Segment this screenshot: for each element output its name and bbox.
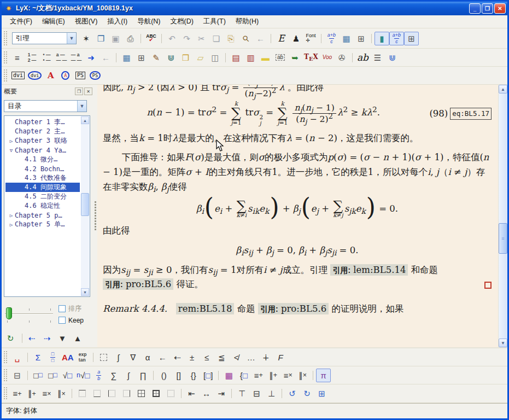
insert-marginnote-button[interactable]: ▥ [243, 51, 258, 65]
border-bottom-button[interactable] [90, 387, 104, 400]
description-list-button[interactable]: a —— — [54, 51, 69, 65]
math-space-button[interactable]: ␣ [10, 351, 25, 364]
math-mode-button[interactable]: a+bc [324, 32, 339, 45]
scroll-thumb[interactable] [499, 223, 507, 254]
document-paragraph[interactable]: 因为sij = sji ≥ 0，我们有sij = 1对所有i ≠ j成立。引理 … [103, 263, 492, 292]
document-scrollbar[interactable]: ▲ ▼ [498, 85, 507, 347]
delete-col-button[interactable]: ∥× [295, 369, 310, 382]
cases-button[interactable]: {□ [236, 369, 251, 382]
document-paragraph[interactable]: 因此, nj > 2 (因λ > 0) 且 trσj = (nj−1)(nj−2… [103, 85, 492, 98]
paragraph-settings-button[interactable]: ☰ [370, 51, 385, 65]
braces-button[interactable]: {} [186, 369, 201, 382]
view-ps-button[interactable]: PS [73, 69, 87, 83]
paragraph-style-combo[interactable]: 引理 ▼ [12, 32, 77, 44]
relations-button[interactable]: ≤ [200, 351, 214, 364]
outline-item[interactable]: ▽ Chapter 4 Ya… [5, 145, 80, 155]
align-left-button[interactable]: ⇤ [184, 387, 199, 400]
numbered-list-button[interactable]: 1 —2 — [25, 51, 39, 65]
outline-item[interactable]: 4.5 二阶变分 [5, 192, 80, 201]
frac-button[interactable]: ab [91, 369, 106, 382]
toggle-outline-button[interactable]: ▮ [375, 32, 389, 45]
open-document-button[interactable]: ❐ [93, 32, 108, 45]
noun-button[interactable]: ♟ [289, 32, 303, 45]
scroll-down-icon[interactable]: ▼ [499, 339, 507, 347]
document-paragraph[interactable]: 下面推导：如果F(σ)是最大值，则σ的极小多项式为p(σ) = (σ − n +… [103, 150, 492, 194]
border-right-button[interactable] [119, 387, 134, 400]
insert-index-button[interactable]: Voo [320, 51, 335, 65]
titlebar[interactable]: ✷ LyX: ~/文档/1yxback/YM_100819.1yx _ ❐ ✕ [2, 2, 507, 15]
tree-scroll-thumb[interactable] [81, 193, 89, 216]
paragraph-layout-button[interactable]: ≡ [10, 51, 25, 65]
spellcheck-button[interactable]: ABC✔ [144, 32, 159, 45]
outline-item[interactable]: 4.3 代数准备 [5, 173, 80, 183]
folder-button[interactable]: ▱ [193, 51, 208, 65]
int-limits-button[interactable]: ∫ [111, 351, 126, 364]
update-pdf-button[interactable]: A [58, 69, 73, 83]
delete-row-button[interactable]: ≡× [39, 387, 54, 400]
valign-top-button[interactable]: ⊤ [235, 387, 249, 400]
external-material-button[interactable]: ◫ [208, 51, 223, 65]
dashed-arrows-button[interactable]: ⇠ [170, 351, 185, 364]
panel-splitter[interactable] [93, 85, 97, 347]
valign-bottom-button[interactable]: ⊥ [264, 387, 279, 400]
all-borders-button[interactable] [134, 387, 149, 400]
add-col-button[interactable]: ∥+ [266, 369, 280, 382]
eraser-button[interactable]: ✎ [149, 51, 163, 65]
menu-item[interactable]: 帮助(H) [231, 15, 264, 28]
int-button[interactable]: ∫ [121, 369, 136, 382]
outline-promote-button[interactable]: ⇠ [25, 331, 38, 345]
new-document-button[interactable]: ✶ [79, 32, 93, 45]
sum-limits-button[interactable]: Σ [31, 351, 45, 364]
sort-checkbox[interactable] [58, 305, 66, 312]
citation-inset[interactable]: 引用: lem:BL5.14 [330, 264, 408, 276]
depth-slider[interactable] [5, 303, 53, 325]
emphasis-button[interactable]: E [274, 32, 289, 45]
outline-item[interactable]: Chapter 2 主… [5, 127, 80, 136]
copy-button[interactable]: ❏ [209, 32, 224, 45]
dots-button[interactable]: … [244, 351, 259, 364]
redo-button[interactable]: ↷ [179, 32, 194, 45]
label-inset[interactable]: rem:BL5.18 [176, 303, 235, 314]
update-dvi-button[interactable]: dvi [26, 69, 43, 83]
rotate-table-button[interactable]: ↺ [285, 387, 300, 400]
tree-scroll-track[interactable] [81, 124, 89, 288]
expand-arrow-icon[interactable]: ▽ [8, 148, 15, 153]
math-frame-button[interactable] [96, 351, 111, 364]
dotted-operators-button[interactable]: ∔ [259, 351, 273, 364]
toolbar-grip[interactable] [3, 351, 8, 364]
slider-track[interactable] [5, 313, 53, 314]
add-row-button[interactable]: ≡+ [10, 387, 25, 400]
arrows-button[interactable]: ← [155, 351, 170, 364]
expand-arrow-icon[interactable]: ▷ [8, 222, 15, 228]
document-paragraph[interactable]: 由此得 [103, 224, 492, 238]
align-right-button[interactable]: ⇥ [214, 387, 229, 400]
align-center-button[interactable]: ↔ [199, 387, 214, 400]
matrix-button[interactable]: ▦ [221, 369, 236, 382]
outline-close-button[interactable]: ✕ [84, 88, 92, 95]
save-button[interactable]: ▣ [108, 32, 123, 45]
superscript-button[interactable]: □□ [45, 369, 60, 382]
outline-item[interactable]: 4.2 Bochn… [5, 164, 80, 173]
outline-item[interactable]: Chapter 1 李… [5, 118, 80, 127]
toolbar-grip[interactable] [3, 387, 8, 400]
print-button[interactable]: ⎙ [123, 32, 138, 45]
negated-relations-button[interactable]: ≮ [229, 351, 244, 364]
view-dvi-button[interactable]: dvi [10, 69, 26, 83]
document-workarea[interactable]: 因此, nj > 2 (因λ > 0) 且 trσj = (nj−1)(nj−2… [97, 85, 498, 347]
tree-scrollbar[interactable]: ▲ ▼ [81, 116, 89, 296]
maximize-button[interactable]: ❐ [482, 3, 493, 14]
thick-borders-button[interactable] [149, 387, 163, 400]
slider-thumb[interactable] [6, 307, 12, 319]
outline-float-button[interactable]: ❐ [75, 88, 83, 95]
border-left-button[interactable] [104, 387, 119, 400]
menu-item[interactable]: 文档(D) [165, 15, 198, 28]
math-functions-button[interactable]: exptan [75, 351, 90, 364]
rotate-cell-button[interactable]: ↻ [300, 387, 314, 400]
bullet-list-button[interactable]: • —• — [39, 51, 54, 65]
insert-tex-button[interactable]: TEX [302, 51, 320, 65]
no-borders-button[interactable] [163, 387, 178, 400]
menu-item[interactable]: 编辑(E) [37, 15, 70, 28]
insert-note-button[interactable]: ▬ [258, 51, 273, 65]
expand-arrow-icon[interactable]: ▷ [8, 213, 15, 218]
document-paragraph[interactable]: βi(ei + ∑k≠isikek) + βj(ej + ∑k≠jsjkek) … [103, 200, 492, 219]
